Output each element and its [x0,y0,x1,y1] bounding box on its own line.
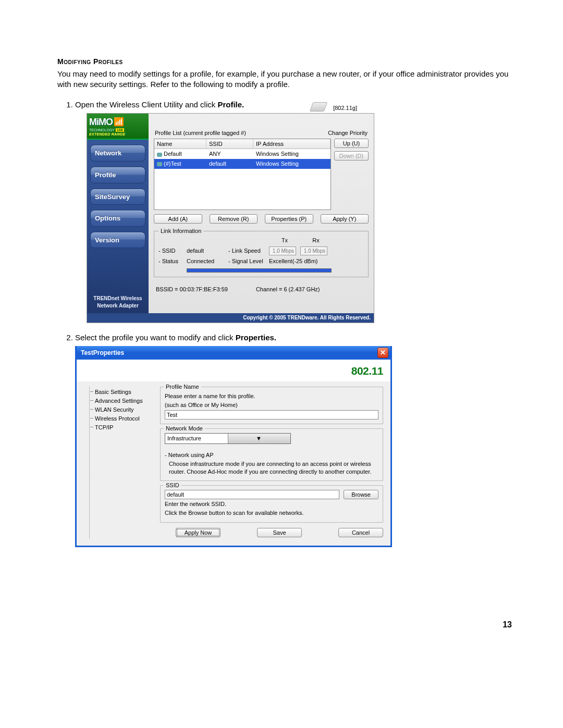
status-label: - Status [158,257,187,265]
ssid-label: - SSID [158,247,187,255]
cell-ip: Windows Setting [253,159,331,169]
step-2-bold: Properties. [236,333,276,342]
table-row-selected[interactable]: (#)Test default Windows Setting [154,159,331,169]
profile-table[interactable]: Name SSID IP Address Default ANY Windows… [154,139,331,211]
tree-basic-settings[interactable]: Basic Settings [95,388,153,397]
bssid-value: BSSID = 00:03:7F:BE:F3:59 [156,286,228,293]
up-button[interactable]: Up (U) [334,139,369,148]
brand-logo: MiMO 📶 TECHNOLOGY 108 EXTENDED RANGE [87,114,149,140]
ssid-hint2: Click the Browse button to scan for avai… [165,509,378,517]
profile-list-label: Profile List (current profile tagged #) [155,129,246,137]
profile-name-group: Profile Name Please enter a name for thi… [160,387,383,424]
tx-value: 1.0 Mbps [269,246,296,256]
sidebar: MiMO 📶 TECHNOLOGY 108 EXTENDED RANGE Net… [87,114,149,313]
nav-version[interactable]: Version [90,232,145,249]
rx-value: 1.0 Mbps [300,246,327,256]
network-mode-value: Infrastructure [165,434,228,443]
col-ssid[interactable]: SSID [206,139,253,149]
link-info-legend: Link Information [158,227,203,235]
step-2: Select the profile you want to modify an… [75,332,516,547]
copyright-bar: Copyright © 2005 TRENDware. All Rights R… [87,313,374,323]
nav-options[interactable]: Options [90,210,145,227]
step-2-text: Select the profile you want to modify an… [75,333,236,342]
channel-value: Channel = 6 (2.437 GHz) [256,286,320,293]
page-number: 13 [57,620,512,630]
network-mode-group: Network Mode Infrastructure ▼ - Network … [160,428,383,481]
tree-wlan-security[interactable]: WLAN Security [95,405,153,414]
profile-name-hint2: (such as Office or My Home) [165,401,378,409]
cell-ip: Windows Setting [253,149,331,159]
card-icon [310,102,328,112]
test-properties-dialog: TestProperties ✕ 802.11 Basic Settings A… [75,346,392,547]
tree-wireless-protocol[interactable]: Wireless Protocol [95,414,153,423]
profile-name-hint1: Please enter a name for this profile. [165,392,378,400]
rx-label: Rx [300,237,332,244]
tx-label: Tx [269,237,300,244]
table-row[interactable]: Default ANY Windows Setting [154,149,331,159]
save-button[interactable]: Save [257,528,302,537]
cancel-button[interactable]: Cancel [338,528,383,537]
logo-text: MiMO [89,116,113,128]
linkspeed-label: - Link Speed [228,247,269,255]
step-1-bold: Profile. [217,100,244,109]
chevron-down-icon[interactable]: ▼ [228,434,290,443]
signal-level-label: - Signal Level [228,257,269,265]
intro-paragraph: You may need to modify settings for a pr… [57,69,516,90]
ssid-group: SSID Browse Enter the network SSID. Clic… [160,485,383,523]
cell-name: (#)Test [154,159,206,169]
standard-label: 802.11 [351,365,383,377]
ssid-hint1: Enter the network SSID. [165,500,378,508]
col-ip[interactable]: IP Address [253,139,331,149]
logo-speed: 108 [116,128,124,132]
nav-profile[interactable]: Profile [90,167,145,183]
ssid-input[interactable] [165,490,339,499]
network-mode-desc: Choose infrastructure mode if you are co… [165,460,378,476]
down-button[interactable]: Down (D) [334,151,369,161]
nav-sitesurvey[interactable]: SiteSurvey [90,189,145,205]
settings-tree[interactable]: Basic Settings Advanced Settings WLAN Se… [89,387,153,538]
add-button[interactable]: Add (A) [154,214,202,224]
cell-ssid: default [206,159,253,169]
network-mode-legend: Network Mode [164,425,205,433]
step-1-text: Open the Wireless Client Utility and cli… [75,100,217,109]
link-information-group: Link Information Tx Rx - SSID default - … [154,231,369,277]
standard-tag: [802.11g] [333,104,357,112]
tree-advanced-settings[interactable]: Advanced Settings [95,397,153,405]
section-heading: Modifying Profiles [57,57,516,66]
profile-name-input[interactable] [165,410,378,419]
apply-button[interactable]: Apply (Y) [321,214,369,224]
apply-now-button[interactable]: Apply Now [176,528,221,537]
ssid-legend: SSID [164,482,181,489]
status-value: Connected [187,257,228,265]
network-mode-select[interactable]: Infrastructure ▼ [165,433,291,444]
signal-level-value: Excellent(-25 dBm) [269,257,332,265]
wireless-client-utility-window: ✕ MiMO 📶 TECHNOLOGY 108 EXTENDED RANGE [87,113,374,323]
network-using-ap-label: - Network using AP [165,451,378,459]
logo-ext-range: EXTENDED RANGE [89,132,146,137]
dialog-title: TestProperties [81,349,124,357]
sidebar-footer-2: Network Adapter [89,302,146,310]
tree-tcpip[interactable]: TCP/IP [95,423,153,432]
sidebar-footer-1: TRENDnet Wireless [89,295,146,302]
cell-name: Default [154,149,206,159]
logo-tech: TECHNOLOGY [89,128,115,132]
cell-ssid: ANY [206,149,253,159]
signal-bar [187,268,332,273]
remove-button[interactable]: Remove (R) [210,214,258,224]
profile-name-legend: Profile Name [164,383,201,391]
nav-network[interactable]: Network [90,145,145,162]
close-icon[interactable]: ✕ [377,348,388,358]
ssid-value: default [187,247,228,255]
change-priority-label: Change Priority [328,129,368,137]
step-1: Open the Wireless Client Utility and cli… [75,100,516,323]
col-name[interactable]: Name [154,139,206,149]
browse-button[interactable]: Browse [344,490,378,499]
properties-button[interactable]: Properties (P) [265,214,313,224]
